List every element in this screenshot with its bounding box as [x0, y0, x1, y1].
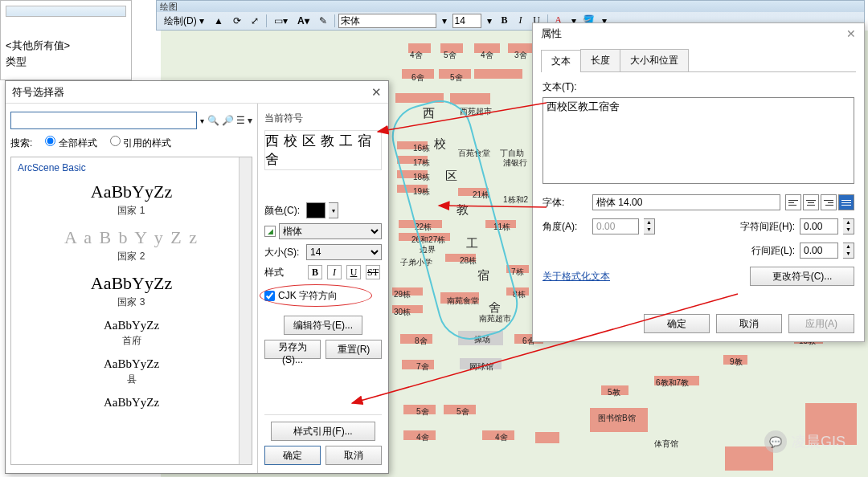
map-label: 6教和7教: [656, 377, 689, 389]
font-select[interactable]: [338, 14, 436, 28]
symbol-preview: 西校区教工宿舍: [264, 130, 382, 170]
dialog-title: 属性: [541, 26, 562, 41]
cancel-button[interactable]: 取消: [716, 314, 782, 333]
anno-char: 区: [445, 169, 457, 184]
list-view-icon[interactable]: ☰: [236, 115, 245, 126]
font-dropdown-icon[interactable]: ▾: [438, 14, 451, 28]
bold-toggle[interactable]: B: [308, 265, 322, 279]
symbol-list-item[interactable]: AaBbYyZz国家 3: [11, 267, 252, 312]
symbol-caption: 县: [11, 373, 252, 386]
anno-char: 舍: [489, 300, 501, 316]
angle-spinner[interactable]: ▲▼: [644, 218, 655, 234]
font-family-select[interactable]: 楷体: [279, 223, 382, 239]
search-icon[interactable]: 🔍: [207, 115, 219, 126]
map-label: 9教: [730, 357, 743, 368]
align-center-button[interactable]: [803, 194, 819, 210]
color-dropdown-icon[interactable]: ▾: [329, 202, 338, 218]
symbol-list-item[interactable]: A a B b Y y Z z国家 2: [11, 221, 252, 267]
symbol-sample: AaBbYyZz: [11, 181, 252, 202]
charspace-spinner[interactable]: ▲▼: [843, 218, 854, 234]
ok-button[interactable]: 确定: [644, 314, 710, 333]
symbol-sample: AaBbYyZz: [11, 273, 252, 294]
draw-menu[interactable]: 绘制(D) ▾: [160, 14, 208, 28]
cjk-direction-checkbox[interactable]: [264, 291, 275, 301]
bldg: [474, 69, 522, 79]
zoom-tool-icon[interactable]: ⤢: [247, 14, 263, 28]
tab-text[interactable]: 文本: [541, 50, 581, 72]
angle-input: [592, 218, 639, 234]
symbol-search-input[interactable]: [10, 112, 197, 129]
font-size-select[interactable]: 14: [306, 244, 382, 260]
tab-length[interactable]: 长度: [580, 49, 620, 71]
symbol-list-item[interactable]: AaBbYyZz国家 1: [11, 175, 252, 221]
separator: [334, 14, 335, 27]
align-justify-button[interactable]: [838, 194, 854, 210]
symbol-caption: 国家 2: [11, 250, 252, 263]
symbol-sample: AaBbYyZz: [11, 319, 252, 332]
rotate-tool-icon[interactable]: ⟳: [229, 14, 245, 28]
style-reference-button[interactable]: 样式引用(F)...: [271, 422, 375, 441]
rect-tool-icon[interactable]: ▭▾: [270, 14, 292, 28]
radio-referenced-styles[interactable]: 引用的样式: [110, 136, 171, 150]
toc-item-other-values[interactable]: <其他所有值>: [6, 38, 126, 54]
symbol-list-item[interactable]: AaBbYyZz: [11, 389, 252, 414]
text-tool-icon[interactable]: A▾: [293, 14, 313, 28]
symbol-list[interactable]: ArcScene Basic AaBbYyZz国家 1A a B b Y y Z…: [10, 157, 252, 465]
save-as-button[interactable]: 另存为(S)...: [264, 340, 321, 359]
toc-item-type[interactable]: 类型: [6, 54, 126, 70]
find-icon[interactable]: 🔎: [222, 115, 234, 126]
cancel-button[interactable]: 取消: [326, 446, 382, 465]
charspace-input[interactable]: [800, 218, 838, 234]
size-dropdown-icon[interactable]: ▾: [483, 14, 496, 28]
map-label: 体育馆: [654, 438, 678, 450]
symbol-selector-dialog: 符号选择器 ✕ ▾ 🔍 🔎 ☰ ▾ 搜索: 全部样式 引用的样式 ArcSce: [5, 80, 389, 474]
ok-button[interactable]: 确定: [264, 446, 321, 465]
apply-button: 应用(A): [788, 314, 854, 333]
toc-panel: <其他所有值> 类型: [0, 0, 132, 80]
map-label: 5教: [608, 387, 620, 398]
bold-button[interactable]: B: [497, 14, 512, 28]
charspace-label: 字符间距(H):: [740, 220, 795, 234]
drawing-toolbar-title: 绘图: [157, 1, 864, 12]
change-symbol-button[interactable]: 更改符号(C)...: [750, 267, 854, 286]
style-label: 样式: [264, 266, 303, 279]
watermark-text: 凌晨GIS: [792, 432, 845, 451]
menu-icon[interactable]: ▾: [248, 115, 252, 126]
search-dropdown-icon[interactable]: ▾: [200, 116, 204, 125]
linespace-input[interactable]: [800, 243, 838, 259]
format-text-link[interactable]: 关于格式化文本: [542, 270, 610, 283]
align-right-button[interactable]: [821, 194, 837, 210]
font-display-input[interactable]: [592, 194, 780, 210]
map-label: 6舍: [411, 72, 424, 84]
anno-char: 教: [457, 202, 469, 218]
tab-size-position[interactable]: 大小和位置: [620, 49, 689, 71]
color-label: 颜色(C):: [264, 204, 303, 218]
symbol-caption: 首府: [11, 334, 252, 348]
map-label: 5舍: [457, 406, 469, 418]
italic-toggle[interactable]: I: [327, 265, 342, 279]
font-icon: ◢: [264, 226, 276, 237]
close-icon[interactable]: ✕: [371, 85, 382, 100]
map-label: 30栋: [394, 307, 411, 318]
edit-symbol-button[interactable]: 编辑符号(E)...: [284, 316, 362, 335]
pointer-tool-icon[interactable]: ▲: [210, 14, 227, 28]
size-select[interactable]: [452, 14, 481, 28]
scrollbar[interactable]: [239, 157, 252, 464]
close-icon[interactable]: ✕: [846, 27, 856, 40]
radio-all-styles[interactable]: 全部样式: [45, 136, 96, 150]
italic-button[interactable]: I: [514, 14, 528, 28]
edit-tool-icon[interactable]: ✎: [315, 14, 331, 28]
angle-label: 角度(A):: [542, 220, 588, 234]
underline-toggle[interactable]: U: [346, 265, 361, 279]
color-swatch[interactable]: [306, 202, 326, 218]
bldg: [535, 432, 559, 443]
wechat-icon: 💬: [764, 430, 787, 453]
reset-button[interactable]: 重置(R): [326, 340, 382, 359]
linespace-spinner[interactable]: ▲▼: [843, 243, 854, 259]
symbol-list-item[interactable]: AaBbYyZz首府: [11, 312, 252, 351]
symbol-list-item[interactable]: AaBbYyZz县: [11, 351, 252, 389]
map-label: 5舍: [450, 72, 463, 84]
align-left-button[interactable]: [785, 194, 801, 210]
text-value-input[interactable]: [542, 97, 854, 184]
strike-toggle[interactable]: ST: [366, 265, 380, 279]
